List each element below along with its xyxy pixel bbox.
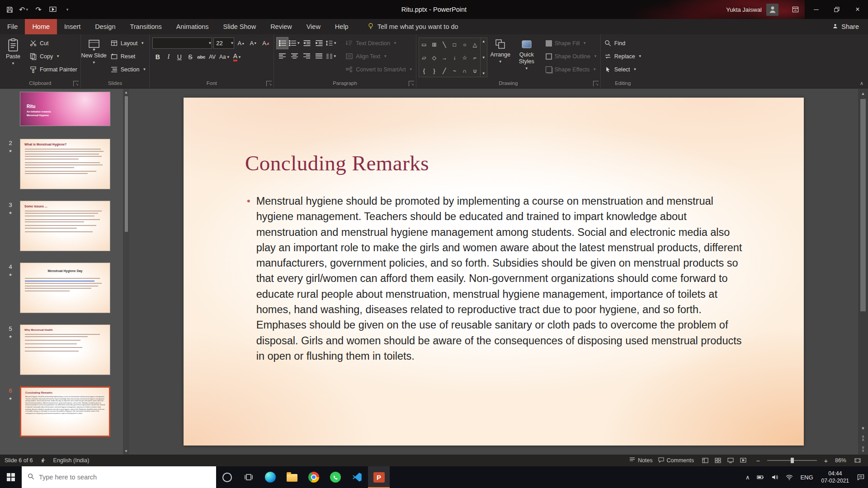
tab-animations[interactable]: Animations	[169, 19, 216, 34]
italic-button[interactable]: I	[163, 51, 174, 63]
undo-icon[interactable]: ↶▾	[17, 3, 31, 16]
shape-brace-left-icon[interactable]: {	[423, 68, 425, 74]
scrollbar-thumb[interactable]	[860, 99, 866, 311]
shape-diagonal-icon[interactable]: ╱	[443, 68, 446, 74]
arrange-button[interactable]: Arrange ▼	[487, 35, 514, 78]
ribbon-display-options-icon[interactable]	[785, 0, 806, 19]
file-explorer-icon[interactable]	[281, 466, 303, 488]
tab-file[interactable]: File	[0, 19, 25, 34]
increase-indent-button[interactable]	[313, 38, 325, 49]
zoom-slider[interactable]	[767, 460, 817, 461]
change-case-button[interactable]: Aa▼	[218, 51, 231, 63]
redo-icon[interactable]: ↷	[32, 3, 45, 16]
thumbnail-slide-4[interactable]: Menstrual Hygiene Day	[20, 263, 110, 313]
new-slide-button[interactable]: New Slide ▼	[81, 35, 107, 78]
zoom-out-button[interactable]: −	[755, 457, 762, 465]
minimize-button[interactable]	[806, 0, 826, 19]
reading-view-icon[interactable]	[725, 455, 736, 465]
tab-slide-show[interactable]: Slide Show	[216, 19, 264, 34]
shape-right-arrow-icon[interactable]: →	[442, 55, 447, 61]
scroll-down-icon[interactable]: ▼	[858, 424, 868, 433]
shape-textbox-icon[interactable]: ▭	[421, 42, 426, 48]
taskbar-search-box[interactable]	[22, 466, 216, 488]
font-dialog-launcher-icon[interactable]: ↘	[266, 81, 272, 86]
shape-brace-right-icon[interactable]: }	[433, 68, 435, 74]
numbering-button[interactable]: ▼	[289, 38, 300, 49]
action-center-icon[interactable]	[854, 466, 868, 488]
bold-button[interactable]: B	[152, 51, 163, 63]
shape-header-icon[interactable]: ⊞	[432, 42, 436, 48]
signed-in-user[interactable]: Yukta Jaiswal	[726, 6, 762, 13]
font-color-button[interactable]: A▼	[232, 51, 243, 63]
close-button[interactable]: ×	[847, 0, 868, 19]
shape-oval-icon[interactable]: ○	[463, 42, 466, 48]
tab-transitions[interactable]: Transitions	[123, 19, 169, 34]
slide-editing-canvas[interactable]: Concluding Remarks • Menstrual hygiene s…	[129, 89, 858, 455]
find-button[interactable]: Find	[601, 37, 645, 50]
thumbnail-slide-5[interactable]: Why Menstrual Health	[20, 324, 110, 375]
font-name-combo[interactable]: ▼	[152, 38, 212, 49]
clear-formatting-button[interactable]: A◢	[260, 38, 271, 49]
shape-gallery-scrollbar[interactable]: ▲ ▼ ▼	[480, 38, 487, 77]
task-view-icon[interactable]	[238, 466, 259, 488]
next-slide-button[interactable]: ∨∨	[862, 444, 865, 455]
shape-line-icon[interactable]: ╲	[443, 42, 446, 48]
select-button[interactable]: Select ▼	[601, 63, 645, 76]
language-indicator[interactable]: English (India)	[53, 457, 90, 464]
tab-review[interactable]: Review	[263, 19, 299, 34]
shape-corner-icon[interactable]: ⌐	[473, 55, 476, 61]
text-shadow-button[interactable]: abc	[196, 51, 207, 63]
reset-button[interactable]: Reset	[107, 50, 150, 63]
cortana-icon[interactable]	[216, 466, 238, 488]
shrink-font-button[interactable]: A▼	[248, 38, 259, 49]
shape-parallelogram-icon[interactable]: ▱	[422, 55, 426, 61]
slideshow-view-icon[interactable]	[737, 455, 749, 465]
hidden-icons-chevron-icon[interactable]: ∧	[742, 466, 754, 488]
fit-slide-to-window-icon[interactable]	[852, 455, 863, 465]
font-size-combo[interactable]: ▼	[213, 38, 234, 49]
tab-help[interactable]: Help	[328, 19, 356, 34]
tell-me-box[interactable]: Tell me what you want to do	[368, 19, 458, 34]
battery-icon[interactable]	[753, 466, 768, 488]
cut-button[interactable]: Cut	[26, 37, 80, 50]
start-slideshow-icon[interactable]	[46, 3, 60, 16]
drawing-dialog-launcher-icon[interactable]: ↘	[593, 81, 599, 86]
vertical-scrollbar[interactable]: ▲ ▼ ∧∧ ∨∨	[858, 89, 868, 455]
layout-button[interactable]: Layout ▼	[107, 37, 150, 50]
section-button[interactable]: Section ▼	[107, 63, 150, 76]
slide-body-textbox[interactable]: • Menstrual hygiene should be promoted b…	[247, 193, 744, 364]
tab-design[interactable]: Design	[88, 19, 123, 34]
normal-view-icon[interactable]	[699, 455, 711, 465]
notes-button[interactable]: Notes	[629, 457, 653, 464]
paragraph-dialog-launcher-icon[interactable]: ↘	[409, 81, 414, 86]
tab-insert[interactable]: Insert	[57, 19, 88, 34]
taskbar-clock[interactable]: 04:44 07-02-2021	[817, 466, 854, 488]
bullets-button[interactable]	[277, 38, 288, 49]
user-avatar[interactable]	[766, 4, 778, 16]
shape-triangle-icon[interactable]: △	[473, 42, 477, 48]
scroll-up-icon[interactable]: ▲	[858, 89, 868, 98]
comments-button[interactable]: Comments	[658, 457, 694, 464]
volume-icon[interactable]	[768, 466, 782, 488]
grow-font-button[interactable]: A▲	[236, 38, 246, 49]
restore-button[interactable]	[826, 0, 847, 19]
shapes-scroll-up-icon[interactable]: ▲	[482, 39, 486, 43]
shape-diamond-icon[interactable]: ◇	[432, 55, 436, 61]
clipboard-dialog-launcher-icon[interactable]: ↘	[73, 81, 79, 86]
shape-star-icon[interactable]: ☆	[462, 55, 467, 61]
format-painter-button[interactable]: Format Painter	[26, 63, 80, 76]
slide-title[interactable]: Concluding Remarks	[245, 151, 429, 175]
vscode-icon[interactable]	[346, 466, 368, 488]
thumbnail-scrollbar-thumb[interactable]	[125, 96, 128, 232]
shapes-more-icon[interactable]: ▼	[482, 71, 486, 75]
thumbnail-slide-1[interactable]: Ritu An Initiative towards Menstrual Hyg…	[20, 92, 110, 126]
justify-button[interactable]	[313, 51, 325, 62]
share-button[interactable]: Share	[823, 19, 868, 34]
powerpoint-taskbar-icon[interactable]: P	[368, 466, 390, 488]
decrease-indent-button[interactable]	[301, 38, 312, 49]
thumbnail-slide-6[interactable]: Concluding Remarks Menstrual hygiene sho…	[20, 386, 110, 437]
whatsapp-icon[interactable]	[325, 466, 346, 488]
thumb-scroll-up-icon[interactable]: ▲	[124, 90, 128, 94]
save-icon[interactable]	[3, 3, 16, 16]
align-right-button[interactable]	[301, 51, 312, 62]
